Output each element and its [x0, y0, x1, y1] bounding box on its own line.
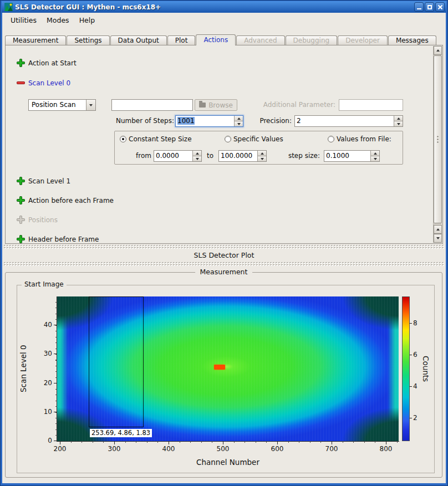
- additional-parameter-label: Additional Parameter:: [258, 100, 335, 109]
- specific-values-label[interactable]: Specific Values: [233, 135, 283, 144]
- maximize-button[interactable]: [425, 2, 434, 12]
- tab-messages[interactable]: Messages: [388, 35, 436, 45]
- from-value: 0.0000: [154, 151, 192, 161]
- colorbar-tick: [410, 386, 412, 387]
- zoom-selection-rect: [89, 296, 144, 427]
- x-tick: [60, 441, 60, 444]
- step-spin-down-button[interactable]: [371, 156, 379, 161]
- menu-modes[interactable]: Modes: [42, 14, 74, 26]
- y-tick-label: 40: [40, 321, 52, 329]
- tab-developer: Developer: [338, 35, 388, 45]
- measurement-group-title: Measurement: [195, 268, 253, 276]
- steps-spin-down-button[interactable]: [235, 121, 243, 126]
- menu-bar: Utilities Modes Help: [2, 13, 446, 27]
- expand-icon-scan-level-1[interactable]: [17, 177, 24, 185]
- tab-debugging: Debugging: [286, 35, 338, 45]
- chevron-down-icon[interactable]: [86, 100, 95, 110]
- tab-data-output[interactable]: Data Output: [110, 35, 167, 45]
- precision-spin-up-button[interactable]: [394, 116, 403, 121]
- step-spin-up-button[interactable]: [371, 151, 379, 156]
- splitter-handle[interactable]: [3, 244, 445, 249]
- x-tick-label: 500: [212, 445, 234, 453]
- vertical-scrollbar[interactable]: [433, 46, 442, 243]
- splitter-handle-2[interactable]: [3, 262, 445, 267]
- browse-button: Browse: [195, 99, 237, 111]
- tab-measurement[interactable]: Measurement: [5, 35, 66, 45]
- from-spinbox[interactable]: 0.0000: [154, 150, 202, 162]
- minimize-button[interactable]: [414, 2, 424, 12]
- action-at-start-label: Action at Start: [28, 59, 77, 68]
- close-button[interactable]: [435, 2, 445, 12]
- collapse-icon-scan-level-0[interactable]: [17, 79, 24, 86]
- y-tick-label: 30: [40, 350, 52, 357]
- x-tick-label: 200: [49, 445, 71, 453]
- x-tick: [114, 441, 115, 444]
- values-from-file-label[interactable]: Values from File:: [337, 135, 391, 144]
- constant-step-size-label[interactable]: Constant Step Size: [129, 135, 192, 144]
- browse-icon: [199, 103, 206, 108]
- to-spinbox[interactable]: 100.0000: [218, 150, 267, 162]
- scan-level-1-label: Scan Level 1: [28, 177, 70, 186]
- additional-parameter-input: [339, 99, 403, 111]
- from-spin-up-button[interactable]: [193, 151, 201, 156]
- browse-label: Browse: [208, 101, 233, 109]
- x-tick: [169, 441, 169, 444]
- tab-plot[interactable]: Plot: [167, 35, 196, 45]
- scroll-down-button[interactable]: [434, 234, 442, 243]
- to-spin-up-button[interactable]: [258, 151, 266, 156]
- precision-value: 2: [295, 116, 394, 126]
- steps-spin-up-button[interactable]: [235, 116, 243, 121]
- scan-script-input[interactable]: [111, 99, 193, 111]
- arrow-up-icon: [436, 228, 440, 231]
- menu-help[interactable]: Help: [74, 14, 100, 26]
- precision-label: Precision:: [255, 116, 292, 125]
- maximize-icon: [427, 5, 432, 9]
- radio-constant-step-size[interactable]: [120, 136, 126, 142]
- heatmap-canvas[interactable]: 253.69, 4.86, 1.83: [57, 296, 399, 441]
- number-of-steps-value: 1001: [177, 117, 195, 125]
- scrollbar-thumb[interactable]: [434, 55, 442, 223]
- precision-spinbox[interactable]: 2: [294, 115, 403, 127]
- x-tick-label: 300: [103, 445, 125, 453]
- measurement-groupbox: Measurement Start Image Scan Level 0 0: [5, 272, 442, 478]
- window-client-area: Utilities Modes Help Measurement Setting…: [2, 13, 446, 483]
- colorbar-tick: [410, 418, 412, 418]
- positions-label: Positions: [28, 216, 58, 224]
- from-spin-down-button[interactable]: [193, 156, 201, 161]
- action-before-frame-label: Action before each Frame: [28, 196, 114, 205]
- x-tick: [332, 441, 332, 444]
- scroll-up-button-bottom[interactable]: [434, 225, 442, 234]
- tab-advanced: Advanced: [236, 35, 284, 45]
- expand-icon-header-before-frame[interactable]: [17, 236, 24, 243]
- step-size-spinbox[interactable]: 0.1000: [324, 150, 380, 162]
- plot-dock-title[interactable]: SLS Detector Plot: [2, 250, 446, 260]
- expand-icon-action-at-start[interactable]: [17, 59, 24, 66]
- number-of-steps-spinbox[interactable]: 1001: [175, 115, 243, 127]
- scroll-up-button[interactable]: [434, 46, 442, 55]
- from-label: from: [135, 151, 151, 160]
- y-tick-label: 0: [40, 437, 52, 444]
- scrollbar-track[interactable]: [434, 55, 442, 225]
- x-tick: [277, 441, 278, 444]
- radio-values-from-file[interactable]: [328, 136, 334, 142]
- x-minor-ticks: [60, 441, 399, 443]
- x-tick-label: 600: [266, 445, 288, 453]
- x-axis-title: Channel Number: [57, 458, 399, 467]
- application-window: SLS Detector GUI : Mythen - mcs6x18+ Uti…: [0, 0, 448, 486]
- app-icon: [4, 3, 13, 11]
- expand-icon-action-before-frame[interactable]: [17, 197, 24, 204]
- precision-spin-down-button[interactable]: [394, 121, 403, 126]
- to-spin-down-button[interactable]: [258, 156, 266, 161]
- tab-settings[interactable]: Settings: [67, 35, 109, 45]
- minimize-icon: [417, 8, 421, 9]
- x-tick: [386, 441, 386, 444]
- radio-specific-values[interactable]: [225, 136, 231, 142]
- tab-actions[interactable]: Actions: [196, 34, 236, 45]
- step-size-value: 0.1000: [324, 151, 370, 161]
- actions-panel: Action at Start Scan Level 0 Position Sc…: [5, 45, 443, 244]
- title-bar[interactable]: SLS Detector GUI : Mythen - mcs6x18+: [2, 1, 446, 13]
- menu-utilities[interactable]: Utilities: [6, 14, 42, 26]
- y-tick-label: 10: [40, 408, 52, 416]
- start-image-title: Start Image: [22, 280, 67, 288]
- scan-mode-combobox[interactable]: Position Scan: [28, 99, 96, 111]
